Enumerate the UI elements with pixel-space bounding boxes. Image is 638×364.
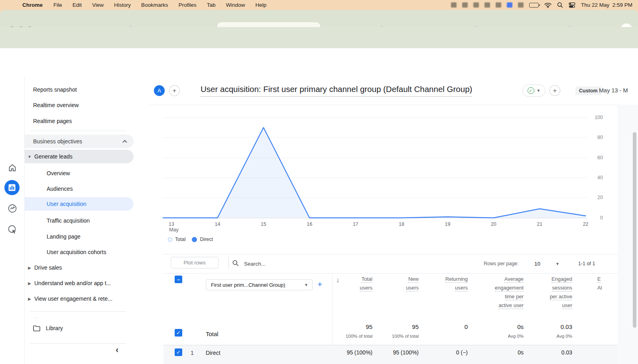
x-tick: 21 [537, 221, 542, 227]
date-range-selector[interactable]: May 13 - M [599, 87, 638, 94]
sidebar-item-library[interactable]: Library [25, 321, 134, 335]
column-header-new-users[interactable]: New users [406, 275, 419, 292]
status-item-blurred[interactable] [518, 2, 524, 8]
status-item-blurred[interactable] [473, 2, 479, 8]
direct-cell-total-users: 95 (100%) [347, 349, 372, 356]
plot-rows-button[interactable]: Plot rows [171, 257, 219, 268]
sidebar-item-traffic-acquisition[interactable]: Traffic acquisition [25, 214, 134, 227]
total-row-checkbox[interactable]: ✓ [175, 329, 182, 337]
triangle-down-icon: ▼ [25, 155, 34, 159]
menu-view[interactable]: View [87, 2, 109, 8]
section-divider [163, 254, 618, 254]
sidebar-divider [30, 311, 126, 312]
control-center-icon[interactable] [569, 2, 575, 8]
header-divider [150, 105, 638, 105]
vertical-scrollbar-thumb[interactable] [633, 132, 636, 328]
report-status-pill[interactable]: ✓ ▼ [522, 84, 545, 97]
menu-bookmarks[interactable]: Bookmarks [136, 2, 173, 8]
caret-down-icon[interactable]: ▼ [555, 262, 559, 266]
menu-app-name[interactable]: Chrome [17, 2, 48, 8]
select-all-checkbox-indeterminate[interactable]: – [175, 276, 182, 283]
menu-file[interactable]: File [48, 2, 67, 8]
battery-icon[interactable] [529, 3, 539, 8]
rows-per-page-select[interactable]: 10 [534, 261, 540, 267]
column-header-engaged-sessions[interactable]: Engaged sessions per active user [550, 275, 572, 310]
spotlight-search-icon[interactable] [557, 2, 563, 8]
add-comparison-button[interactable]: + [169, 85, 180, 96]
toolbar-divider [228, 257, 229, 269]
sidebar-group-drive-sales[interactable]: ▶ Drive sales [25, 261, 134, 274]
status-item-blurred[interactable] [484, 2, 490, 8]
status-item-blurred[interactable] [507, 2, 512, 8]
sidebar-group-view-user-engagement[interactable]: ▶ View user engagement & rete... [25, 292, 134, 305]
total-row-label: Total [206, 331, 219, 337]
sidebar-group-understand-web-app[interactable]: ▶ Understand web and/or app t... [25, 276, 134, 290]
column-header-event-count-cut[interactable]: E Al [597, 275, 602, 292]
total-cell-avg-engagement: 0sAvg 0% [508, 323, 524, 339]
menu-edit[interactable]: Edit [67, 2, 87, 8]
home-icon[interactable] [0, 163, 25, 172]
direct-series-swatch-icon [192, 237, 197, 242]
add-report-button[interactable]: + [549, 85, 560, 96]
table-search-input[interactable]: Search... [244, 261, 266, 267]
row-index: 1 [191, 350, 194, 356]
y-tick-80: 80 [587, 135, 603, 140]
analytics-header: Analytics All accounts ❯ Analytics testi… [0, 48, 638, 76]
sidebar-item-realtime-overview[interactable]: Realtime overview [25, 98, 134, 112]
status-item-blurred[interactable] [496, 2, 501, 8]
explore-icon[interactable] [0, 204, 25, 213]
y-tick-100: 100 [587, 115, 603, 120]
column-header-avg-engagement-time[interactable]: Average engagement time per active user [495, 275, 524, 310]
total-cell-new-users: 95100% of total [392, 323, 419, 339]
legend-total[interactable]: Total [168, 237, 185, 242]
menu-window[interactable]: Window [221, 2, 250, 8]
x-axis-month-label: May [169, 227, 179, 233]
legend-direct[interactable]: Direct [192, 237, 213, 242]
menu-tab[interactable]: Tab [202, 2, 221, 8]
sidebar-item-audiences[interactable]: Audiences [25, 182, 134, 196]
sidebar-item-user-acquisition-cohorts[interactable]: User acquisition cohorts [25, 245, 134, 259]
advertising-icon[interactable] [0, 225, 25, 234]
x-tick: 22 [583, 221, 589, 227]
add-dimension-button[interactable]: + [317, 280, 322, 289]
chart-legend: Total Direct [168, 237, 213, 242]
table-search-icon[interactable] [232, 260, 239, 266]
dimension-dropdown[interactable]: First user prim...Channel Group) ▼ [206, 279, 313, 290]
status-item-blurred[interactable] [451, 2, 457, 8]
chevron-up-icon [122, 140, 127, 144]
menu-help[interactable]: Help [250, 2, 272, 8]
browser-toolbar: ← → ↻ analytics.google.com/analytics/web… [0, 27, 638, 48]
status-item-blurred[interactable] [462, 2, 468, 8]
menu-profiles[interactable]: Profiles [173, 2, 202, 8]
column-header-returning-users[interactable]: Returning users [445, 275, 468, 292]
sidebar-section-business-objectives[interactable]: Business objectives [25, 135, 134, 148]
line-chart-svg [163, 116, 588, 219]
x-tick: 20 [491, 221, 496, 227]
menu-bar-clock[interactable]: Thu 22 May 2:59 PM [581, 2, 632, 8]
sidebar-group-generate-leads[interactable]: ▼ Generate leads [25, 150, 134, 163]
sidebar-item-overview[interactable]: Overview [25, 166, 134, 180]
y-tick-60: 60 [587, 155, 603, 160]
sidebar-item-user-acquisition-selected[interactable]: User acquisition [25, 197, 134, 211]
wifi-icon[interactable] [544, 2, 551, 8]
column-header-total-users[interactable]: Total users [360, 275, 372, 292]
comparison-chip-a[interactable]: A [154, 85, 165, 96]
apple-menu-icon[interactable] [7, 5, 17, 6]
table-row-direct-bg[interactable] [163, 345, 618, 364]
direct-cell-returning-users: 0 (−) [456, 349, 468, 356]
reports-nav-active[interactable] [4, 180, 20, 195]
collapse-sidebar-chevron[interactable]: ‹ [116, 345, 118, 355]
sort-descending-icon[interactable]: ↓ [336, 276, 340, 284]
direct-cell-avg-engagement: 0s [518, 349, 524, 356]
total-cell-returning-users: 0 [465, 323, 468, 334]
sidebar-item-landing-page[interactable]: Landing page [25, 230, 134, 243]
x-tick: 15 [261, 221, 266, 227]
rows-per-page-label: Rows per page: [484, 261, 519, 266]
sidebar-item-reports-snapshot[interactable]: Reports snapshot [25, 83, 134, 96]
direct-row-checkbox[interactable]: ✓ [175, 348, 182, 356]
report-title[interactable]: User acquisition: First user primary cha… [201, 84, 472, 97]
direct-cell-new-users: 95 (100%) [393, 349, 419, 356]
y-tick-20: 20 [587, 195, 603, 200]
sidebar-item-realtime-pages[interactable]: Realtime pages [25, 114, 134, 128]
menu-history[interactable]: History [109, 2, 136, 8]
